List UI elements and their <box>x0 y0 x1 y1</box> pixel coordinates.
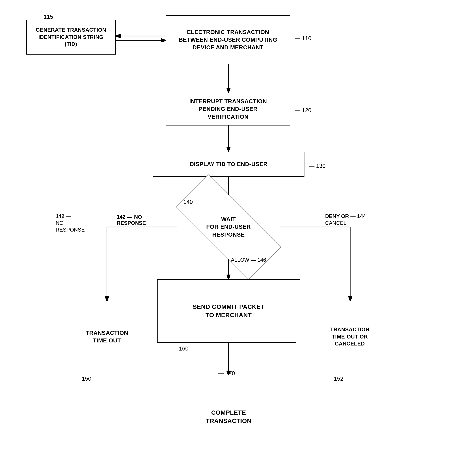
label-150: 150 <box>82 375 91 382</box>
node-115: GENERATE TRANSACTION IDENTIFICATION STRI… <box>26 20 116 55</box>
node-170: COMPLETE TRANSACTION <box>166 375 291 458</box>
label-110: — 110 <box>295 35 312 42</box>
node-110: ELECTRONIC TRANSACTION BETWEEN END-USER … <box>166 15 290 64</box>
label-115: 115 <box>44 14 53 20</box>
node-130: DISPLAY TID TO END-USER <box>153 152 305 177</box>
label-152: 152 <box>334 375 343 382</box>
node-140: WAIT FOR END-USER RESPONSE <box>177 204 280 250</box>
edge-label-no-response: 142 — NO RESPONSE <box>117 214 146 226</box>
label-170: — 170 <box>218 370 235 377</box>
node-120: INTERRUPT TRANSACTION PENDING END-USER V… <box>166 93 290 126</box>
flowchart-diagram: GENERATE TRANSACTION IDENTIFICATION STRI… <box>0 0 457 476</box>
label-140: 140 <box>183 199 193 205</box>
node-150: TRANSACTION TIME OUT <box>53 301 161 373</box>
node-160: SEND COMMIT PACKET TO MERCHANT <box>157 279 300 343</box>
label-130: — 130 <box>309 163 326 169</box>
edge-no-response-label: 142 — NORESPONSE <box>56 213 85 233</box>
node-152: TRANSACTION TIME-OUT OR CANCELED <box>296 301 403 373</box>
edge-allow-label: ALLOW — 146 <box>231 256 266 263</box>
edge-deny-cancel-label: DENY OR — 144 CANCEL <box>325 213 366 226</box>
label-160: 160 <box>179 345 188 352</box>
label-120: — 120 <box>295 107 312 114</box>
